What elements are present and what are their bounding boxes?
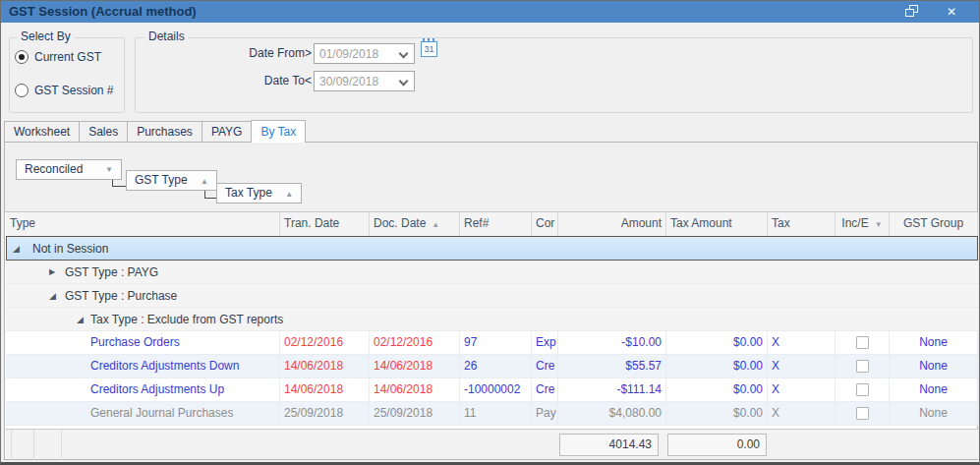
- restore-icon[interactable]: [900, 1, 924, 23]
- group-button-gst-type[interactable]: GST Type ▲: [126, 170, 217, 191]
- inc-e-checkbox[interactable]: [856, 407, 869, 420]
- date-to-value: 30/09/2018: [319, 75, 378, 88]
- calendar-icon[interactable]: 31: [421, 41, 437, 57]
- column-header-tax-amount[interactable]: Tax Amount: [666, 212, 768, 236]
- cell-inc-e: [836, 331, 890, 354]
- grid-header-row: TypeTran. DateDoc. Date▲Ref#CorAmountTax…: [6, 212, 978, 236]
- cell-doc-date: 14/06/2018: [370, 378, 460, 401]
- cell-gst-group: None: [890, 378, 978, 401]
- radio-gst-session-label: GST Session #: [34, 84, 113, 98]
- chevron-down-icon: [399, 77, 409, 87]
- column-header-type[interactable]: Type: [6, 212, 280, 236]
- cell-inc-e: [836, 378, 890, 401]
- date-to-label: Date To<: [217, 74, 312, 87]
- select-by-label: Select By: [17, 29, 75, 43]
- dropdown-arrow-icon: ▼: [105, 160, 113, 179]
- cell-tax-amount: $0.00: [666, 402, 768, 425]
- tax-type-group-label: Tax Type: [225, 186, 272, 200]
- window-title: GST Session (Accrual method): [9, 4, 197, 19]
- cell-tax: X: [768, 378, 836, 401]
- cell-amount: $4,080.00: [558, 402, 666, 425]
- column-header-tax[interactable]: Tax: [768, 212, 836, 236]
- group-row-gst-type-payg[interactable]: ▶GST Type : PAYG: [6, 261, 978, 284]
- filter-dropdown-icon[interactable]: ▼: [875, 220, 883, 229]
- column-header-ref[interactable]: Ref#: [460, 212, 532, 236]
- column-header-amount[interactable]: Amount: [558, 212, 666, 236]
- indent-guide: [33, 430, 34, 460]
- table-row-general-journal-purchases[interactable]: General Journal Purchases25/09/201825/09…: [6, 402, 978, 426]
- sort-asc-icon: ▲: [432, 220, 439, 229]
- column-header-inc-e[interactable]: Inc/E▼: [836, 212, 890, 236]
- column-header-label: GST Group: [903, 216, 963, 230]
- sort-asc-icon: ▲: [201, 177, 208, 186]
- tab-by-tax[interactable]: By Tax: [251, 120, 306, 143]
- reconciled-filter-label: Reconciled: [25, 162, 83, 176]
- cell-amount: -$111.14: [558, 378, 666, 401]
- group-by-panel: Reconciled ▼ GST Type ▲ Tax Type ▲: [5, 143, 977, 212]
- cell-gst-group: None: [890, 402, 978, 425]
- table-row-purchase-orders[interactable]: Purchase Orders02/12/201602/12/201697Exp…: [6, 331, 978, 355]
- tab-strip: WorksheetSalesPurchasesPAYGBy Tax: [4, 120, 305, 143]
- tab-payg[interactable]: PAYG: [202, 121, 253, 143]
- inc-e-checkbox[interactable]: [856, 360, 869, 373]
- indent-guide: [11, 430, 12, 460]
- select-by-groupbox: [9, 37, 125, 113]
- column-header-gst-group[interactable]: GST Group: [890, 212, 978, 236]
- close-icon[interactable]: ✕: [940, 1, 963, 23]
- group-button-tax-type[interactable]: Tax Type ▲: [216, 183, 302, 203]
- column-header-label: Tax: [772, 216, 790, 230]
- collapse-icon[interactable]: ◢: [77, 308, 84, 331]
- table-row-creditors-adjustments-up[interactable]: Creditors Adjustments Up14/06/201814/06/…: [6, 378, 978, 402]
- group-row-label: Not in Session: [32, 237, 108, 261]
- cell-tax-amount: $0.00: [666, 378, 768, 401]
- sort-asc-icon: ▲: [285, 190, 293, 199]
- expand-icon[interactable]: ▶: [49, 261, 55, 284]
- cell-amount: -$10.00: [558, 331, 666, 354]
- group-row-tax-type-exclude-from-gst-reports[interactable]: ◢Tax Type : Exclude from GST reports: [6, 308, 978, 331]
- cell-ref: 26: [460, 355, 532, 378]
- cell-tran-date: 14/06/2018: [280, 355, 370, 378]
- column-header-label: Inc/E: [841, 216, 868, 230]
- date-from-combobox[interactable]: 01/09/2018: [314, 43, 415, 64]
- gst-type-group-label: GST Type: [135, 173, 188, 187]
- collapse-icon[interactable]: ◢: [49, 284, 56, 308]
- reconciled-filter-button[interactable]: Reconciled ▼: [16, 159, 122, 180]
- cell-doc-date: 02/12/2016: [370, 331, 460, 354]
- tab-sales[interactable]: Sales: [79, 121, 128, 143]
- table-row-creditors-adjustments-down[interactable]: Creditors Adjustments Down14/06/201814/0…: [6, 355, 978, 378]
- tax-amount-total-box: 0.00: [667, 434, 767, 456]
- column-header-doc-date[interactable]: Doc. Date▲: [370, 212, 460, 236]
- date-to-combobox[interactable]: 30/09/2018: [314, 71, 415, 91]
- group-row-gst-type-purchase[interactable]: ◢GST Type : Purchase: [6, 284, 978, 308]
- column-header-label: Type: [10, 216, 35, 230]
- column-header-label: Doc. Date: [374, 216, 426, 230]
- cell-tax-amount: $0.00: [666, 331, 768, 354]
- tab-purchases[interactable]: Purchases: [127, 121, 202, 143]
- cell-ref: 11: [460, 402, 532, 425]
- cell-tax: X: [768, 355, 836, 378]
- cell-tax-amount: $0.00: [666, 355, 768, 378]
- cell-contact: Pay: [532, 402, 558, 425]
- collapse-icon[interactable]: ◢: [13, 237, 20, 261]
- cell-inc-e: [836, 355, 890, 378]
- inc-e-checkbox[interactable]: [856, 336, 869, 349]
- radio-current-gst-circle[interactable]: [15, 50, 29, 64]
- cell-ref: 97: [460, 331, 532, 354]
- amount-total-box: 4014.43: [559, 434, 659, 456]
- radio-gst-session-circle[interactable]: [15, 84, 29, 97]
- column-header-cor[interactable]: Cor: [532, 212, 558, 236]
- group-row-label: Tax Type : Exclude from GST reports: [90, 308, 283, 331]
- inc-e-checkbox[interactable]: [856, 383, 869, 396]
- tab-worksheet[interactable]: Worksheet: [4, 121, 80, 143]
- group-row-not-in-session[interactable]: ◢Not in Session: [6, 236, 978, 261]
- group-row-label: GST Type : PAYG: [65, 261, 158, 284]
- column-header-label: Amount: [621, 216, 662, 230]
- cell-amount: $55.57: [558, 355, 666, 378]
- cell-doc-date: 25/09/2018: [370, 402, 460, 425]
- column-header-label: Tran. Date: [284, 216, 339, 230]
- column-header-label: Cor: [536, 216, 554, 230]
- column-header-tran-date[interactable]: Tran. Date: [280, 212, 370, 236]
- restore-front-square: [905, 9, 914, 17]
- titlebar[interactable]: GST Session (Accrual method) ✕: [1, 1, 979, 23]
- indent-guide: [61, 430, 62, 460]
